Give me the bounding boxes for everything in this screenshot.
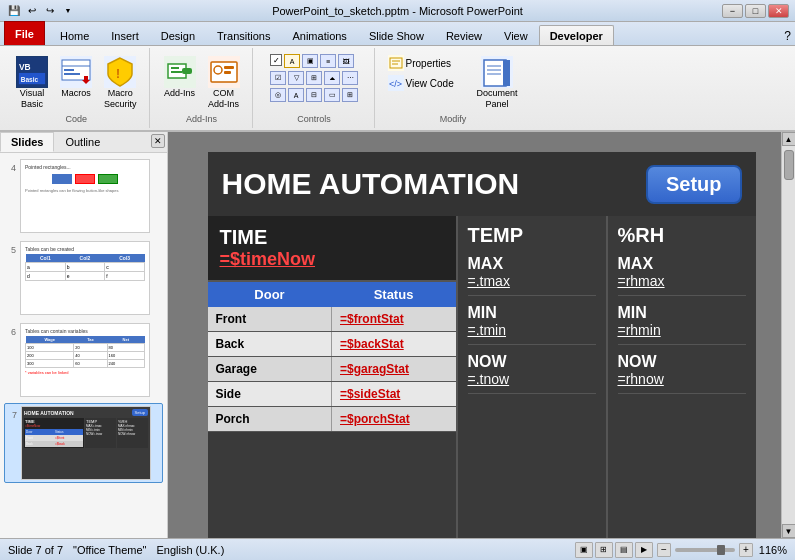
macro-security-button[interactable]: ! MacroSecurity (100, 54, 141, 112)
scroll-control-icon[interactable]: ⊞ (306, 71, 322, 85)
svg-rect-21 (224, 71, 231, 74)
frame-control-icon[interactable]: ▭ (324, 88, 340, 102)
view-code-label: View Code (406, 78, 454, 89)
zoom-in-button[interactable]: + (739, 543, 753, 557)
undo-icon[interactable]: ↩ (24, 3, 40, 19)
view-buttons: ▣ ⊞ ▤ ▶ (575, 542, 653, 558)
window-controls: − □ ✕ (722, 4, 789, 18)
visual-basic-button[interactable]: VB Basic VisualBasic (12, 54, 52, 112)
com-add-ins-icon (208, 56, 240, 88)
title-bar: 💾 ↩ ↪ ▼ PowerPoint_to_sketch.pptm - Micr… (0, 0, 795, 22)
redo-icon[interactable]: ↪ (42, 3, 58, 19)
setup-button[interactable]: Setup (646, 165, 742, 204)
slides-tab[interactable]: Slides (0, 132, 54, 152)
visual-basic-label: VisualBasic (20, 88, 44, 110)
image-control-icon[interactable]: 🖼 (338, 54, 354, 68)
tab-insert[interactable]: Insert (100, 25, 150, 45)
tab-transitions[interactable]: Transitions (206, 25, 281, 45)
checkbox-control-icon[interactable]: ☑ (270, 71, 286, 85)
door-name-back: Back (208, 332, 333, 356)
tab-home[interactable]: Home (49, 25, 100, 45)
slides-panel: Slides Outline ✕ 4 Pointed rectangles...… (0, 132, 168, 538)
temp-max-label: MAX (468, 255, 596, 273)
tab-developer[interactable]: Developer (539, 25, 614, 45)
com-add-ins-label: COMAdd-Ins (208, 88, 239, 110)
text-control-icon[interactable]: A (284, 54, 300, 68)
time-value: =$timeNow (220, 249, 444, 270)
zoom-out-button[interactable]: − (657, 543, 671, 557)
time-label: TIME (220, 226, 444, 249)
door-name-front: Front (208, 307, 333, 331)
addins-group-content: Add-Ins COMAdd-Ins (158, 50, 246, 114)
tab-animations[interactable]: Animations (281, 25, 357, 45)
temp-max-value: =.tmax (468, 273, 596, 289)
slide-sorter-button[interactable]: ⊞ (595, 542, 613, 558)
combo-control-icon[interactable]: ▽ (288, 71, 304, 85)
document-panel-button[interactable]: DocumentPanel (473, 54, 522, 112)
design-mode-checkbox[interactable]: ✓ (270, 54, 282, 66)
tab-review[interactable]: Review (435, 25, 493, 45)
temp-min-value: =.tmin (468, 322, 596, 338)
label-control-icon[interactable]: A (288, 88, 304, 102)
minimize-button[interactable]: − (722, 4, 743, 18)
controls-row-1: ✓ A ▣ ≡ 🖼 (270, 54, 358, 68)
door-row-side: Side =$sideStat (208, 382, 456, 407)
temp-title: TEMP (468, 224, 596, 247)
reading-view-button[interactable]: ▤ (615, 542, 633, 558)
scroll-up-button[interactable]: ▲ (782, 132, 796, 146)
tab-slideshow[interactable]: Slide Show (358, 25, 435, 45)
temp-panel: TEMP MAX =.tmax MIN =.tmin NOW =.tnow (458, 216, 608, 538)
outline-tab[interactable]: Outline (54, 132, 111, 152)
slide-num-4: 4 (6, 163, 16, 173)
tab-view[interactable]: View (493, 25, 539, 45)
grid-control-icon[interactable]: ⊞ (342, 88, 358, 102)
view-code-button[interactable]: </> View Code (385, 74, 465, 92)
tab-design[interactable]: Design (150, 25, 206, 45)
scroll-down-button[interactable]: ▼ (782, 524, 796, 538)
tab-file[interactable]: File (4, 21, 45, 45)
door-status-front: =$frontStat (332, 307, 456, 331)
svg-rect-29 (484, 60, 506, 86)
radio-control-icon[interactable]: ◎ (270, 88, 286, 102)
vertical-scrollbar: ▲ ▼ (781, 132, 795, 538)
scroll-thumb[interactable] (784, 150, 794, 180)
slide-thumb-4[interactable]: 4 Pointed rectangles... Pointed rectangl… (4, 157, 163, 235)
door-status-side: =$sideStat (332, 382, 456, 406)
help-icon[interactable]: ? (780, 27, 795, 45)
slide-thumb-7[interactable]: 7 HOME AUTOMATION Setup TIME =$timeNow D… (4, 403, 163, 483)
maximize-button[interactable]: □ (745, 4, 766, 18)
doc-panel-btn-wrap: DocumentPanel (473, 54, 522, 112)
add-ins-button[interactable]: Add-Ins (160, 54, 200, 101)
canvas-area: HOME AUTOMATION Setup TIME =$timeNow Doo… (168, 132, 795, 538)
slideshow-button[interactable]: ▶ (635, 542, 653, 558)
door-header-door: Door (208, 282, 332, 307)
macros-button[interactable]: Macros (56, 54, 96, 101)
zoom-slider[interactable] (675, 548, 735, 552)
zoom-thumb[interactable] (717, 545, 725, 555)
add-ins-icon (164, 56, 196, 88)
door-name-porch: Porch (208, 407, 333, 431)
toggle-control-icon[interactable]: ⊟ (306, 88, 322, 102)
close-button[interactable]: ✕ (768, 4, 789, 18)
door-row-porch: Porch =$porchStat (208, 407, 456, 432)
button-control-icon[interactable]: ▣ (302, 54, 318, 68)
qat-dropdown-icon[interactable]: ▼ (60, 3, 76, 19)
temp-now-label: NOW (468, 353, 596, 371)
time-block: TIME =$timeNow (208, 216, 456, 282)
panel-close-button[interactable]: ✕ (151, 134, 165, 148)
properties-button[interactable]: Properties (385, 54, 465, 72)
com-add-ins-button[interactable]: COMAdd-Ins (204, 54, 244, 112)
normal-view-button[interactable]: ▣ (575, 542, 593, 558)
view-code-icon: </> (388, 75, 404, 91)
app-body: Slides Outline ✕ 4 Pointed rectangles...… (0, 132, 795, 538)
macros-label: Macros (61, 88, 91, 99)
temp-now-block: NOW =.tnow (468, 353, 596, 394)
slide-thumb-5[interactable]: 5 Tables can be created Col1Col2Col3 abc… (4, 239, 163, 317)
modify-group-content: Properties </> View Code (383, 50, 524, 114)
more-controls-icon[interactable]: ⋯ (342, 71, 358, 85)
save-icon[interactable]: 💾 (6, 3, 22, 19)
spinner-control-icon[interactable]: ⏶ (324, 71, 340, 85)
list-control-icon[interactable]: ≡ (320, 54, 336, 68)
slide-thumb-6[interactable]: 6 Tables can contain variables WageTaxNe… (4, 321, 163, 399)
ribbon-group-code: VB Basic VisualBasic (4, 48, 150, 128)
